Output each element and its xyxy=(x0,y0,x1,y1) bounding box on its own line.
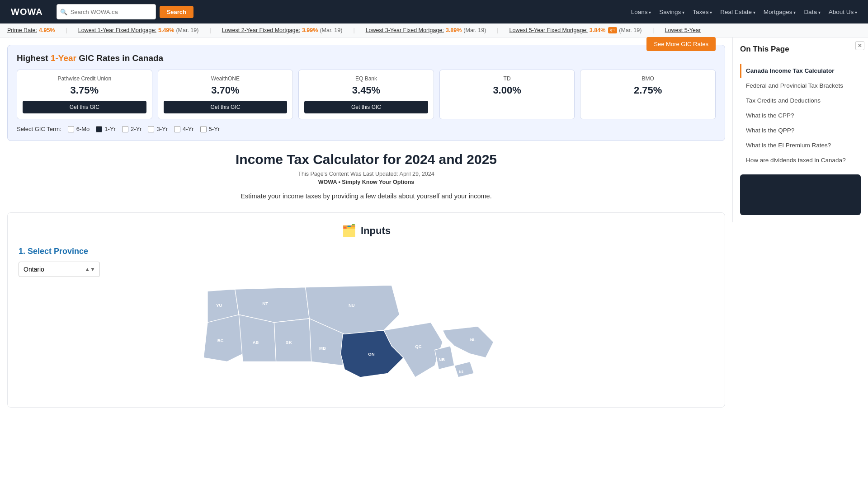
gic-check-5yr[interactable] xyxy=(200,126,207,132)
province-qc-label: QC xyxy=(415,344,421,349)
ticker-5yr-2: Lowest 5-Year xyxy=(665,27,701,33)
nav-savings[interactable]: Savings xyxy=(659,9,684,15)
sidebar-item-cpp[interactable]: What is the CPP? xyxy=(740,108,861,122)
nav-about-us[interactable]: About Us xyxy=(829,9,857,15)
ticker-2yr-date: (Mar. 19) xyxy=(320,27,342,33)
canada-map[interactable]: YU NT NU BC AB SK xyxy=(19,283,714,396)
nav-data[interactable]: Data xyxy=(804,9,820,15)
gic-check-4yr[interactable] xyxy=(174,126,180,132)
search-input-wrap: 🔍 xyxy=(57,4,156,19)
sidebar-item-qpp[interactable]: What is the QPP? xyxy=(740,123,861,137)
calc-header: Income Tax Calculator for 2024 and 2025 … xyxy=(0,141,732,203)
sidebar-item-ei[interactable]: What is the EI Premium Rates? xyxy=(740,138,861,152)
ticker-3yr: Lowest 3-Year Fixed Mortgage: 3.89% (Mar… xyxy=(366,27,486,33)
ticker-5yr-date: (Mar. 19) xyxy=(619,27,642,33)
ticker-1yr-value: 5.49% xyxy=(158,27,174,33)
gic-term-6mo[interactable]: 6-Mo xyxy=(68,126,90,132)
calc-updated: This Page's Content Was Last Updated: Ap… xyxy=(7,171,725,177)
calc-brand: WOWA • Simply Know Your Options xyxy=(7,179,725,185)
ticker-5yr-badge: 🏷 xyxy=(608,27,617,33)
province-ab[interactable] xyxy=(239,314,276,361)
sidebar-item-calculator[interactable]: Canada Income Tax Calculator xyxy=(740,64,861,78)
sidebar-close-button[interactable]: ✕ xyxy=(855,41,864,50)
ticker-2yr-value: 3.99% xyxy=(302,27,318,33)
gic-card-1: WealthONE 3.70% Get this GIC xyxy=(158,70,293,119)
ticker-prime-value: 4.95% xyxy=(39,27,55,33)
logo[interactable]: WOWA xyxy=(11,7,43,17)
province-yukon-label: YU xyxy=(216,303,222,308)
province-nl-label: NL xyxy=(470,337,476,342)
gic-check-1yr[interactable] xyxy=(96,126,102,132)
nav-loans[interactable]: Loans xyxy=(631,9,651,15)
province-sk-label: SK xyxy=(286,340,292,345)
sidebar-item-tax-credits[interactable]: Tax Credits and Deductions xyxy=(740,94,861,108)
sidebar-item-dividends[interactable]: How are dividends taxed in Canada? xyxy=(740,153,861,167)
province-ab-label: AB xyxy=(253,340,259,345)
gic-title: Highest 1-Year GIC Rates in Canada xyxy=(17,53,163,63)
gic-term-3yr[interactable]: 3-Yr xyxy=(148,126,168,132)
gic-bank-3: TD xyxy=(445,75,569,82)
gic-card-2: EQ Bank 3.45% Get this GIC xyxy=(298,70,434,119)
gic-term-4yr[interactable]: 4-Yr xyxy=(174,126,194,132)
province-ns-label: NS xyxy=(459,370,463,373)
ticker-3yr-label[interactable]: Lowest 3-Year Fixed Mortgage: xyxy=(366,27,444,33)
inputs-icon: 🗂️ xyxy=(342,224,356,238)
nav-real-estate[interactable]: Real Estate xyxy=(720,9,755,15)
nav-mortgages[interactable]: Mortgages xyxy=(764,9,796,15)
on-this-page-title: On This Page xyxy=(740,45,861,57)
gic-rate-1: 3.70% xyxy=(164,84,288,96)
ticker-prime-rate: Prime Rate: 4.95% xyxy=(7,27,55,33)
gic-term-1yr[interactable]: 1-Yr xyxy=(96,126,116,132)
gic-term-5yr[interactable]: 5-Yr xyxy=(200,126,220,132)
page-wrap: Highest 1-Year GIC Rates in Canada See M… xyxy=(0,38,868,408)
navbar: WOWA 🔍 Search Loans Savings Taxes Real E… xyxy=(0,0,868,23)
ticker-1yr-date: (Mar. 19) xyxy=(176,27,198,33)
search-input[interactable] xyxy=(57,4,156,19)
calc-title: Income Tax Calculator for 2024 and 2025 xyxy=(7,152,725,167)
province-heading: 1. Select Province xyxy=(19,247,714,256)
search-button[interactable]: Search xyxy=(160,6,193,18)
ticker-2yr: Lowest 2-Year Fixed Mortgage: 3.99% (Mar… xyxy=(222,27,343,33)
ticker-bar: Prime Rate: 4.95% | Lowest 1-Year Fixed … xyxy=(0,23,868,38)
gic-check-3yr[interactable] xyxy=(148,126,154,132)
ticker-1yr-label[interactable]: Lowest 1-Year Fixed Mortgage: xyxy=(78,27,156,33)
province-bc-label: BC xyxy=(217,338,224,343)
gic-check-2yr[interactable] xyxy=(122,126,128,132)
calc-desc: Estimate your income taxes by providing … xyxy=(7,192,725,200)
province-sk[interactable] xyxy=(274,319,311,361)
gic-bank-1: WealthONE xyxy=(164,75,288,82)
gic-rate-3: 3.00% xyxy=(445,84,569,96)
gic-card-0: Pathwise Credit Union 3.75% Get this GIC xyxy=(17,70,152,119)
gic-see-more-button[interactable]: See More GIC Rates xyxy=(646,37,716,51)
gic-cards: Pathwise Credit Union 3.75% Get this GIC… xyxy=(17,70,716,119)
inputs-section: 🗂️ Inputs 1. Select Province Ontario Alb… xyxy=(7,212,725,408)
gic-btn-1[interactable]: Get this GIC xyxy=(164,101,288,113)
sidebar-item-tax-brackets[interactable]: Federal and Provincial Tax Brackets xyxy=(740,79,861,93)
ticker-5yr: Lowest 5-Year Fixed Mortgage: 3.84% 🏷 (M… xyxy=(509,27,642,33)
nav-taxes[interactable]: Taxes xyxy=(693,9,712,15)
gic-btn-0[interactable]: Get this GIC xyxy=(23,101,146,113)
ticker-2yr-label[interactable]: Lowest 2-Year Fixed Mortgage: xyxy=(222,27,300,33)
gic-bank-2: EQ Bank xyxy=(304,75,428,82)
province-ns[interactable] xyxy=(454,361,474,377)
province-select[interactable]: Ontario Alberta British Columbia Manitob… xyxy=(19,262,100,277)
ticker-5yr-label[interactable]: Lowest 5-Year Fixed Mortgage: xyxy=(509,27,588,33)
gic-btn-2[interactable]: Get this GIC xyxy=(304,101,428,113)
gic-bank-4: BMO xyxy=(586,75,710,82)
province-select-wrap: Ontario Alberta British Columbia Manitob… xyxy=(19,262,100,277)
ticker-3yr-date: (Mar. 19) xyxy=(463,27,486,33)
gic-check-6mo[interactable] xyxy=(68,126,74,132)
ticker-1yr: Lowest 1-Year Fixed Mortgage: 5.49% (Mar… xyxy=(78,27,199,33)
ticker-5yr2-label[interactable]: Lowest 5-Year xyxy=(665,27,701,33)
province-mb-label: MB xyxy=(319,346,326,351)
sidebar-ad xyxy=(740,174,861,215)
inputs-heading: 🗂️ Inputs xyxy=(19,224,714,238)
main-content: Highest 1-Year GIC Rates in Canada See M… xyxy=(0,38,732,408)
ticker-prime-label[interactable]: Prime Rate: xyxy=(7,27,37,33)
gic-term-2yr[interactable]: 2-Yr xyxy=(122,126,142,132)
gic-rate-0: 3.75% xyxy=(23,84,146,96)
gic-bank-0: Pathwise Credit Union xyxy=(23,75,146,82)
gic-terms: Select GIC Term: 6-Mo 1-Yr 2-Yr 3-Yr 4-Y… xyxy=(17,126,716,132)
gic-card-4: BMO 2.75% xyxy=(580,70,716,119)
province-nt-label: NT xyxy=(262,301,268,306)
